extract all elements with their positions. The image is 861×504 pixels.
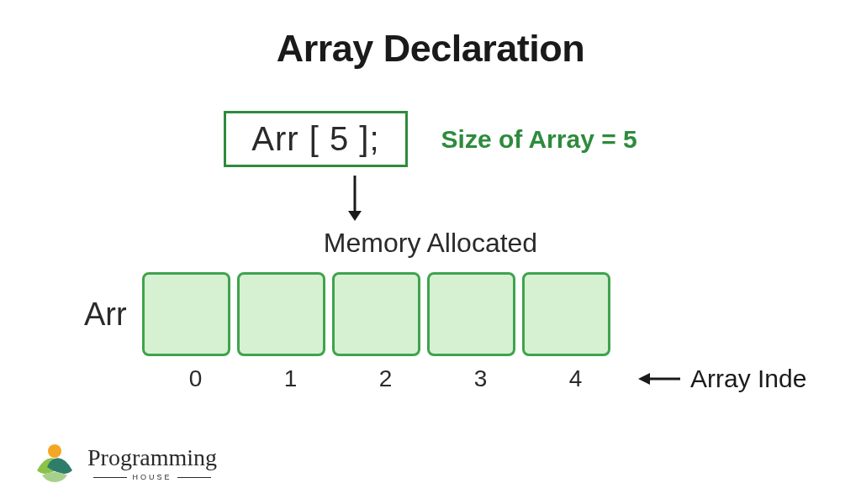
array-cell [332,272,420,356]
logo-name: Programming [87,444,217,471]
index-value: 3 [436,365,525,392]
svg-marker-1 [348,211,362,221]
array-name-label: Arr [84,297,127,333]
diagram-title: Array Declaration [0,27,861,71]
index-value: 2 [341,365,430,392]
arrow-left-icon [638,365,680,393]
index-value: 1 [246,365,335,392]
array-row: Arr [84,272,861,356]
indices: 0 1 2 3 4 [151,365,620,392]
array-cell [522,272,610,356]
arrow-down-icon [0,176,861,224]
brand-logo: Programming HOUSE [30,438,217,487]
size-of-array-text: Size of Array = 5 [441,125,637,154]
logo-text-block: Programming HOUSE [87,444,217,481]
index-row: 0 1 2 3 4 Array Inde [151,365,861,393]
svg-point-4 [48,444,61,458]
array-cell [142,272,230,356]
array-cell [237,272,325,356]
array-cell [427,272,515,356]
array-cells [142,272,610,356]
declaration-box: Arr [ 5 ]; [224,111,407,167]
array-index-text: Array Inde [690,365,806,393]
svg-marker-3 [638,373,650,385]
logo-icon [30,438,79,487]
declaration-row: Arr [ 5 ]; Size of Array = 5 [0,111,861,167]
memory-allocated-label: Memory Allocated [0,228,861,259]
logo-subtitle: HOUSE [87,473,217,481]
index-value: 4 [531,365,620,392]
array-index-label: Array Inde [638,365,806,393]
index-value: 0 [151,365,240,392]
